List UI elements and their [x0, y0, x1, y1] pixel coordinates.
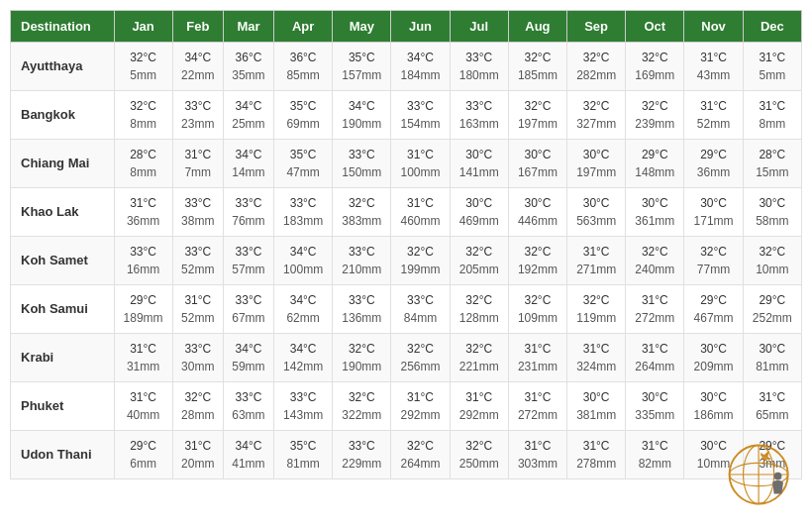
rainfall-value: 381mm — [571, 406, 621, 424]
data-cell: 31°C7mm — [172, 140, 223, 188]
data-cell: 32°C5mm — [114, 43, 172, 91]
data-cell: 33°C30mm — [172, 334, 223, 382]
temperature-value: 31°C — [177, 437, 219, 455]
table-row: Krabi31°C31mm33°C30mm34°C59mm34°C142mm32… — [11, 334, 802, 382]
data-cell: 30°C186mm — [684, 382, 743, 431]
rainfall-value: 278mm — [571, 455, 621, 473]
data-cell: 33°C63mm — [223, 382, 273, 431]
rainfall-value: 197mm — [513, 115, 562, 133]
rainfall-value: 264mm — [395, 455, 445, 473]
data-cell: 34°C22mm — [172, 43, 223, 91]
temperature-value: 31°C — [513, 437, 562, 455]
temperature-value: 34°C — [337, 97, 386, 115]
rainfall-value: 52mm — [688, 115, 738, 133]
rainfall-value: 150mm — [337, 163, 386, 181]
data-cell: 31°C5mm — [743, 43, 801, 91]
table-body: Ayutthaya32°C5mm34°C22mm36°C35mm36°C85mm… — [11, 43, 802, 479]
data-cell: 34°C142mm — [274, 334, 333, 382]
temperature-value: 32°C — [455, 291, 504, 309]
rainfall-value: 109mm — [513, 309, 562, 327]
temperature-value: 29°C — [688, 146, 738, 163]
data-cell: 34°C184mm — [391, 43, 450, 91]
data-cell: 34°C14mm — [223, 140, 273, 188]
rainfall-value: 148mm — [630, 163, 679, 181]
rainfall-value: 327mm — [571, 115, 621, 133]
data-cell: 33°C76mm — [223, 188, 273, 237]
rainfall-value: 84mm — [395, 309, 445, 327]
temperature-value: 30°C — [748, 194, 797, 212]
data-cell: 32°C128mm — [450, 285, 508, 334]
temperature-value: 31°C — [395, 388, 445, 406]
temperature-value: 31°C — [748, 97, 797, 115]
rainfall-value: 65mm — [748, 406, 797, 424]
temperature-value: 33°C — [228, 291, 269, 309]
temperature-value: 31°C — [571, 437, 621, 455]
temperature-value: 32°C — [571, 49, 621, 66]
temperature-value: 34°C — [228, 340, 269, 358]
temperature-value: 31°C — [119, 388, 168, 406]
data-cell: 33°C16mm — [114, 237, 172, 285]
data-cell: 29°C6mm — [114, 431, 172, 479]
data-cell: 36°C85mm — [274, 43, 333, 91]
temperature-value: 30°C — [571, 146, 621, 163]
data-cell: 33°C210mm — [333, 237, 391, 285]
col-header-mar: Mar — [223, 11, 273, 43]
rainfall-value: 36mm — [688, 163, 738, 181]
rainfall-value: 20mm — [177, 455, 219, 473]
rainfall-value: 62mm — [278, 309, 328, 327]
temperature-value: 36°C — [228, 49, 269, 66]
temperature-value: 32°C — [337, 340, 386, 358]
data-cell: 35°C157mm — [333, 43, 391, 91]
data-cell: 31°C36mm — [114, 188, 172, 237]
rainfall-value: 63mm — [228, 406, 269, 424]
temperature-value: 31°C — [119, 194, 168, 212]
temperature-value: 32°C — [455, 243, 504, 261]
temperature-value: 30°C — [571, 388, 621, 406]
data-cell: 30°C58mm — [743, 188, 801, 237]
temperature-value: 29°C — [688, 291, 738, 309]
temperature-value: 30°C — [688, 194, 738, 212]
data-cell: 31°C292mm — [450, 382, 508, 431]
data-cell: 29°C189mm — [114, 285, 172, 334]
rainfall-value: 5mm — [119, 66, 168, 84]
rainfall-value: 16mm — [119, 261, 168, 278]
data-cell: 31°C100mm — [391, 140, 450, 188]
rainfall-value: 271mm — [571, 261, 621, 278]
data-cell: 32°C28mm — [172, 382, 223, 431]
col-header-may: May — [333, 11, 391, 43]
data-cell: 30°C381mm — [567, 382, 626, 431]
rainfall-value: 52mm — [177, 309, 219, 327]
rainfall-value: 30mm — [177, 358, 219, 375]
rainfall-value: 8mm — [119, 115, 168, 133]
data-cell: 31°C8mm — [743, 91, 801, 140]
temperature-value: 31°C — [688, 49, 738, 66]
rainfall-value: 469mm — [455, 212, 504, 230]
destination-cell: Udon Thani — [11, 431, 115, 479]
rainfall-value: 190mm — [337, 358, 386, 375]
data-cell: 32°C77mm — [684, 237, 743, 285]
rainfall-value: 52mm — [177, 261, 219, 278]
climate-table: DestinationJanFebMarAprMayJunJulAugSepOc… — [10, 10, 802, 479]
data-cell: 31°C292mm — [391, 382, 450, 431]
temperature-value: 32°C — [395, 243, 445, 261]
temperature-value: 34°C — [395, 49, 445, 66]
temperature-value: 32°C — [630, 243, 679, 261]
rainfall-value: 22mm — [177, 66, 219, 84]
data-cell: 31°C272mm — [626, 285, 684, 334]
temperature-value: 32°C — [688, 243, 738, 261]
temperature-value: 32°C — [630, 97, 679, 115]
data-cell: 33°C163mm — [450, 91, 508, 140]
rainfall-value: 141mm — [455, 163, 504, 181]
data-cell: 33°C38mm — [172, 188, 223, 237]
temperature-value: 30°C — [455, 146, 504, 163]
temperature-value: 33°C — [337, 146, 386, 163]
temperature-value: 28°C — [119, 146, 168, 163]
data-cell: 32°C119mm — [567, 285, 626, 334]
temperature-value: 30°C — [571, 194, 621, 212]
col-header-sep: Sep — [567, 11, 626, 43]
table-row: Koh Samet33°C16mm33°C52mm33°C57mm34°C100… — [11, 237, 802, 285]
data-cell: 29°C252mm — [743, 285, 801, 334]
table-header-row: DestinationJanFebMarAprMayJunJulAugSepOc… — [11, 11, 802, 43]
rainfall-value: 47mm — [278, 163, 328, 181]
data-cell: 33°C154mm — [391, 91, 450, 140]
